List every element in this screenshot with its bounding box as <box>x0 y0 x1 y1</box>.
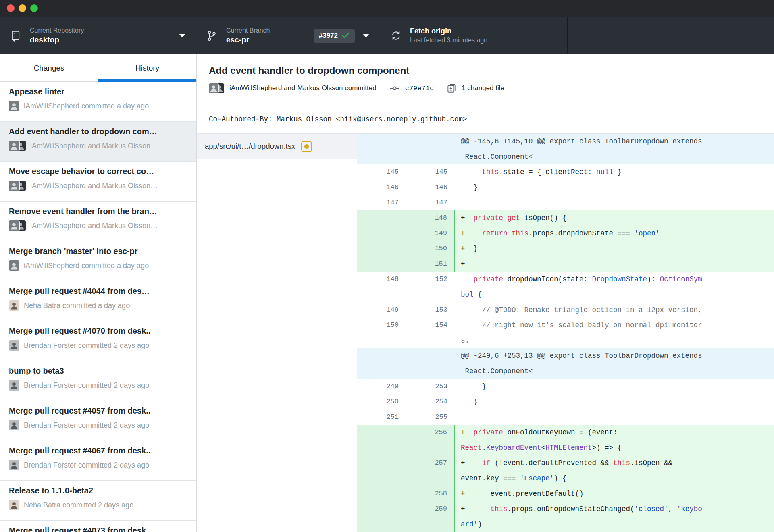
chevron-down-icon <box>363 34 369 37</box>
commit-item-meta: Brendan Forster committed 2 days ago <box>9 420 187 430</box>
commit-item-title: Merge pull request #4057 from desk.. <box>9 406 187 416</box>
new-line-number: 152 <box>406 272 455 302</box>
commit-list-item[interactable]: Appease linteriAmWillShepherd committed … <box>0 82 196 122</box>
diff-hunk-header: @@ -249,6 +253,13 @@ export class Toolba… <box>357 348 774 379</box>
commit-item-meta-text: Brendan Forster committed 2 days ago <box>24 341 149 350</box>
fetch-title: Fetch origin <box>410 27 487 36</box>
commit-list-item[interactable]: Add event handler to dropdown com…iAmWil… <box>0 122 196 162</box>
new-line-number <box>406 134 455 164</box>
old-line-number: 251 <box>357 409 406 425</box>
tab-changes[interactable]: Changes <box>0 54 98 81</box>
commit-list-item[interactable]: Merge branch 'master' into esc-priAmWill… <box>0 241 196 281</box>
avatar <box>9 220 19 231</box>
commit-list-item[interactable]: Merge pull request #4067 from desk..Bren… <box>0 441 196 481</box>
commit-item-title: Release to 1.1.0-beta2 <box>9 486 187 495</box>
commit-item-meta-text: iAmWillShepherd and Markus Olsson… <box>30 182 158 190</box>
commit-item-title: Merge pull request #4073 from desk.. <box>9 526 187 532</box>
avatar <box>9 260 19 271</box>
fetch-origin-button[interactable]: Fetch origin Last fetched 3 minutes ago <box>380 17 568 54</box>
commit-item-meta: iAmWillShepherd and Markus Olsson… <box>9 220 187 231</box>
diff-added-line: 257+ if (!event.defaultPrevented && this… <box>357 455 774 486</box>
commit-item-avatars <box>9 420 19 430</box>
commit-item-avatars <box>9 141 26 151</box>
current-repository-dropdown[interactable]: Current Repository desktop <box>0 17 196 54</box>
new-line-number: 253 <box>406 379 455 394</box>
commit-list-item[interactable]: Remove event handler from the bran…iAmWi… <box>0 202 196 241</box>
commit-item-meta: Neha Batra committed a day ago <box>9 300 187 311</box>
commit-item-meta-text: Brendan Forster committed 2 days ago <box>24 421 149 430</box>
avatar <box>9 500 19 510</box>
window-title-bar <box>0 0 774 17</box>
old-line-number: 249 <box>357 379 406 394</box>
diff-context-line: 148152 private dropdownIcon(state: Dropd… <box>357 272 774 302</box>
new-line-number: 259 <box>406 501 455 532</box>
old-line-number <box>357 256 406 272</box>
diff-code-text: + if (!event.defaultPrevented && this.is… <box>455 455 774 486</box>
file-row[interactable]: app/src/ui/t…/dropdown.tsx <box>197 134 357 159</box>
diff-context-line: 145145 this.state = { clientRect: null } <box>357 164 774 180</box>
current-branch-dropdown[interactable]: Current Branch esc-pr #3972 <box>196 17 380 54</box>
changed-files-list: app/src/ui/t…/dropdown.tsx <box>197 134 357 532</box>
diff-code-text: } <box>455 180 774 195</box>
commit-list-item[interactable]: Merge pull request #4070 from desk..Bren… <box>0 321 196 361</box>
tab-history[interactable]: History <box>98 54 196 81</box>
zoom-button[interactable] <box>30 4 38 12</box>
git-branch-icon <box>207 30 221 42</box>
commit-sha: c79e71c <box>405 85 434 92</box>
avatar <box>9 181 19 191</box>
diff-added-line: 150+ } <box>357 241 774 256</box>
commit-list-item[interactable]: Merge pull request #4044 from des…Neha B… <box>0 281 196 321</box>
new-line-number: 153 <box>406 302 455 318</box>
diff-context-line: 251255 <box>357 409 774 425</box>
pr-number: #3972 <box>319 32 338 40</box>
commit-item-title: Merge branch 'master' into esc-pr <box>9 247 187 256</box>
history-sidebar: Changes History Appease linteriAmWillShe… <box>0 54 196 532</box>
commit-item-title: Merge pull request #4044 from des… <box>9 287 187 296</box>
old-line-number <box>357 486 406 501</box>
diff-code-text: } <box>455 394 774 409</box>
commit-item-meta: Brendan Forster committed 2 days ago <box>9 460 187 470</box>
old-line-number: 149 <box>357 302 406 318</box>
commit-list-item[interactable]: Release to 1.1.0-beta2Neha Batra committ… <box>0 481 196 521</box>
diff-context-line: 146146 } <box>357 180 774 195</box>
minimize-button[interactable] <box>19 4 26 12</box>
diff-code-text: // @TODO: Remake triangle octicon in a 1… <box>455 302 774 318</box>
new-line-number: 145 <box>406 164 455 180</box>
sidebar-tabs: Changes History <box>0 54 196 82</box>
old-line-number <box>357 425 406 455</box>
diff-code-text <box>455 195 774 210</box>
new-line-number <box>406 348 455 379</box>
diff-viewer: @@ -145,6 +145,10 @@ export class Toolba… <box>357 134 774 532</box>
commit-list-item[interactable]: Merge pull request #4073 from desk.. <box>0 521 196 532</box>
commit-meta-row: iAmWillShepherd and Markus Olsson commit… <box>209 83 762 94</box>
commit-item-title: Merge pull request #4067 from desk.. <box>9 446 187 455</box>
commit-item-avatars <box>9 380 19 391</box>
avatar <box>9 300 19 311</box>
new-line-number: 154 <box>406 318 455 348</box>
old-line-number: 250 <box>357 394 406 409</box>
avatar <box>9 380 19 391</box>
diff-code-text: this.state = { clientRect: null } <box>455 164 774 180</box>
commit-item-avatars <box>9 500 19 510</box>
diff-added-line: 259+ this.props.onDropdownStateChanged('… <box>357 501 774 532</box>
commit-history-list: Appease linteriAmWillShepherd committed … <box>0 82 196 532</box>
commit-item-meta: iAmWillShepherd and Markus Olsson… <box>9 141 187 151</box>
commit-list-item[interactable]: Merge pull request #4057 from desk..Bren… <box>0 401 196 441</box>
old-line-number <box>357 501 406 532</box>
avatar <box>9 420 19 430</box>
commit-item-avatars <box>9 460 19 470</box>
commit-item-meta-text: iAmWillShepherd and Markus Olsson… <box>30 142 158 150</box>
commit-list-item[interactable]: bump to beta3Brendan Forster committed 2… <box>0 361 196 401</box>
commit-list-item[interactable]: Move escape behavior to correct co…iAmWi… <box>0 162 196 202</box>
diff-code-text <box>455 409 774 425</box>
avatar <box>9 101 19 111</box>
chevron-down-icon <box>179 34 185 37</box>
commit-item-title: Merge pull request #4070 from desk.. <box>9 326 187 336</box>
diff-code-text: @@ -249,6 +253,13 @@ export class Toolba… <box>455 348 774 379</box>
toolbar: Current Repository desktop Current Branc… <box>0 17 774 54</box>
commit-item-title: Move escape behavior to correct co… <box>9 167 187 176</box>
close-button[interactable] <box>7 4 15 12</box>
diff-code-text: + } <box>455 241 774 256</box>
commit-item-meta-text: iAmWillShepherd committed a day ago <box>24 102 149 110</box>
avatar <box>9 340 19 351</box>
